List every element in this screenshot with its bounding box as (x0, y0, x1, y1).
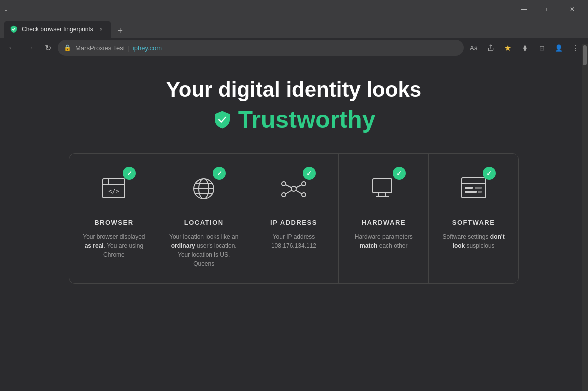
tab-label: Check browser fingerprints (22, 26, 94, 33)
tab-close-button[interactable]: × (98, 26, 106, 34)
browser-card: </> ✓ BROWSER Your browser displayed as … (70, 154, 160, 284)
address-bar: ← → ↻ 🔒 MarsProxies Test | iphey.com Aä … (0, 38, 588, 58)
hardware-card-title: HARDWARE (362, 219, 406, 226)
toolbar-actions: Aä ★ ⧫ ⊡ 👤 ⋮ (466, 40, 584, 56)
ip-icon (279, 174, 309, 204)
collapse-icon: ⌄ (4, 6, 8, 13)
site-name-label: MarsProxies Test (76, 44, 125, 52)
svg-rect-28 (478, 191, 482, 193)
svg-text:</>: </> (109, 188, 120, 195)
svg-point-14 (302, 193, 306, 197)
hardware-card: ✓ HARDWARE Hardware parameters match eac… (339, 154, 429, 284)
trustworthy-label: Trustworthy (238, 106, 376, 134)
split-view-button[interactable]: ⊡ (534, 40, 550, 56)
refresh-button[interactable]: ↻ (40, 40, 56, 56)
hero-title-line1: Your digital identity looks (166, 78, 422, 102)
new-tab-button[interactable]: + (114, 24, 128, 38)
software-card: ✓ SOFTWARE Software settings don't look … (429, 154, 518, 284)
location-card-title: LOCATION (184, 219, 224, 226)
hardware-check-badge: ✓ (393, 167, 406, 180)
browser-chrome: ⌄ — □ ✕ Check browser fingerprints × + ←… (0, 0, 588, 58)
svg-point-13 (282, 193, 286, 197)
share-button[interactable] (483, 40, 499, 56)
browser-icon: </> (99, 174, 129, 204)
svg-rect-26 (465, 191, 477, 193)
separator: | (128, 44, 130, 52)
ip-card-title: IP ADDRESS (270, 219, 318, 226)
svg-point-11 (282, 182, 286, 186)
profile-button[interactable]: 👤 (551, 40, 567, 56)
browser-card-title: BROWSER (94, 219, 134, 226)
forward-button[interactable]: → (22, 40, 38, 56)
hardware-icon (369, 174, 399, 204)
hero-shield-icon (212, 110, 232, 130)
scrollbar-track[interactable] (582, 44, 588, 391)
page-content: Your digital identity looks Trustworthy … (0, 58, 588, 391)
minimize-button[interactable]: — (513, 2, 536, 17)
extensions-button[interactable]: ⧫ (517, 40, 533, 56)
svg-point-12 (302, 182, 306, 186)
active-tab[interactable]: Check browser fingerprints × (4, 21, 112, 38)
lock-icon: 🔒 (64, 44, 72, 52)
location-check-badge: ✓ (213, 167, 226, 180)
hardware-card-icon-wrapper: ✓ (364, 169, 404, 209)
close-button[interactable]: ✕ (561, 2, 584, 17)
svg-line-15 (286, 185, 292, 188)
cards-container: </> ✓ BROWSER Your browser displayed as … (69, 154, 519, 284)
hardware-card-desc: Hardware parameters match each other (349, 232, 418, 250)
ip-card-icon-wrapper: ✓ (274, 169, 314, 209)
location-card: ✓ LOCATION Your location looks like an o… (160, 154, 250, 284)
svg-line-18 (296, 190, 302, 194)
software-card-icon-wrapper: ✓ (454, 169, 494, 209)
ip-address-card: ✓ IP ADDRESS Your IP address 108.176.134… (250, 154, 340, 284)
tab-favicon (10, 26, 18, 34)
hero-section: Your digital identity looks Trustworthy (166, 78, 422, 134)
svg-rect-27 (475, 187, 482, 189)
svg-rect-19 (373, 179, 392, 193)
ip-check-badge: ✓ (303, 167, 316, 180)
bookmark-button[interactable]: ★ (500, 40, 516, 56)
scrollbar-thumb[interactable] (583, 46, 587, 66)
svg-rect-25 (465, 187, 473, 189)
maximize-button[interactable]: □ (537, 2, 560, 17)
location-card-desc: Your location looks like an ordinary use… (170, 232, 239, 268)
software-card-title: SOFTWARE (452, 219, 496, 226)
window-controls: — □ ✕ (513, 2, 584, 17)
address-field[interactable]: 🔒 MarsProxies Test | iphey.com (58, 40, 464, 56)
svg-line-16 (296, 185, 302, 188)
svg-line-17 (286, 190, 292, 194)
location-icon (189, 174, 219, 204)
tabs-bar: Check browser fingerprints × + (0, 19, 588, 38)
ip-card-desc: Your IP address 108.176.134.112 (260, 232, 329, 250)
software-card-desc: Software settings don't look suspicious (439, 232, 508, 250)
hero-subtitle: Trustworthy (166, 106, 422, 134)
browser-check-badge: ✓ (123, 167, 136, 180)
back-button[interactable]: ← (4, 40, 20, 56)
svg-point-10 (292, 186, 296, 192)
location-card-icon-wrapper: ✓ (184, 169, 224, 209)
address-text: MarsProxies Test | iphey.com (76, 44, 458, 52)
browser-card-desc: Your browser displayed as real. You are … (80, 232, 149, 260)
translate-button[interactable]: Aä (466, 40, 482, 56)
software-icon (459, 174, 489, 204)
browser-card-icon-wrapper: </> ✓ (94, 169, 134, 209)
site-url-label: iphey.com (133, 44, 162, 52)
title-bar: ⌄ — □ ✕ (0, 0, 588, 19)
software-check-badge: ✓ (483, 167, 496, 180)
